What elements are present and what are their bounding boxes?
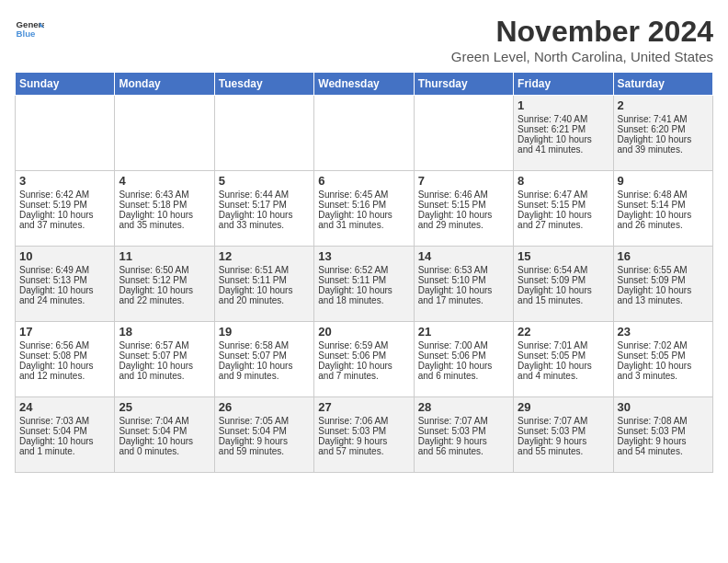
day-info: and 41 minutes. <box>518 144 609 155</box>
calendar-cell: 19Sunrise: 6:58 AMSunset: 5:07 PMDayligh… <box>214 322 313 397</box>
day-info: and 54 minutes. <box>618 446 709 456</box>
calendar-cell: 2Sunrise: 7:41 AMSunset: 6:20 PMDaylight… <box>613 96 712 171</box>
calendar-cell: 29Sunrise: 7:07 AMSunset: 5:03 PMDayligh… <box>514 397 613 473</box>
location-subtitle: Green Level, North Carolina, United Stat… <box>451 49 713 64</box>
header-day-monday: Monday <box>115 73 214 96</box>
day-info: and 59 minutes. <box>219 446 310 456</box>
day-info: Sunrise: 6:53 AM <box>418 265 509 275</box>
day-info: Daylight: 10 hours <box>119 285 210 295</box>
day-info: Sunset: 5:16 PM <box>318 200 409 210</box>
day-info: and 0 minutes. <box>119 446 210 456</box>
day-info: Sunrise: 7:05 AM <box>219 416 310 426</box>
day-info: Daylight: 10 hours <box>19 210 110 220</box>
calendar-cell: 10Sunrise: 6:49 AMSunset: 5:13 PMDayligh… <box>16 247 115 322</box>
day-info: Sunset: 5:03 PM <box>418 426 509 436</box>
day-info: Daylight: 10 hours <box>318 361 409 371</box>
day-info: Sunset: 5:07 PM <box>219 350 310 361</box>
day-info: and 35 minutes. <box>119 220 210 230</box>
calendar-cell: 23Sunrise: 7:02 AMSunset: 5:05 PMDayligh… <box>613 322 712 397</box>
day-info: and 24 minutes. <box>19 295 110 305</box>
day-info: Sunrise: 7:00 AM <box>418 340 509 350</box>
day-info: and 27 minutes. <box>518 220 609 230</box>
day-number: 11 <box>119 249 210 263</box>
day-info: Sunset: 5:09 PM <box>518 275 609 285</box>
day-info: Sunrise: 7:07 AM <box>518 416 609 426</box>
day-info: Sunrise: 7:01 AM <box>518 340 609 350</box>
day-info: and 1 minute. <box>19 446 110 456</box>
calendar-cell: 5Sunrise: 6:44 AMSunset: 5:17 PMDaylight… <box>214 171 313 247</box>
calendar-table: SundayMondayTuesdayWednesdayThursdayFrid… <box>15 72 713 473</box>
day-info: Sunset: 5:04 PM <box>119 426 210 436</box>
svg-text:Blue: Blue <box>17 29 36 39</box>
calendar-cell: 20Sunrise: 6:59 AMSunset: 5:06 PMDayligh… <box>314 322 414 397</box>
day-number: 12 <box>219 249 310 263</box>
day-info: Sunrise: 7:03 AM <box>19 416 110 426</box>
day-info: Daylight: 10 hours <box>518 361 609 371</box>
day-info: and 31 minutes. <box>318 220 409 230</box>
day-info: and 26 minutes. <box>618 220 709 230</box>
day-info: Sunset: 5:08 PM <box>19 350 110 361</box>
header-day-tuesday: Tuesday <box>214 73 313 96</box>
day-info: Sunrise: 6:59 AM <box>318 340 409 350</box>
day-info: and 12 minutes. <box>19 371 110 381</box>
day-number: 27 <box>318 400 409 414</box>
day-info: and 7 minutes. <box>318 371 409 381</box>
day-number: 10 <box>19 249 110 263</box>
day-info: Sunset: 5:03 PM <box>618 426 709 436</box>
day-number: 24 <box>19 400 110 414</box>
day-info: and 3 minutes. <box>618 371 709 381</box>
day-info: Daylight: 10 hours <box>19 436 110 446</box>
day-info: Sunrise: 7:07 AM <box>418 416 509 426</box>
header-day-saturday: Saturday <box>613 73 712 96</box>
day-info: Daylight: 10 hours <box>219 210 310 220</box>
week-row-4: 17Sunrise: 6:56 AMSunset: 5:08 PMDayligh… <box>16 322 713 397</box>
day-number: 13 <box>318 249 409 263</box>
day-number: 16 <box>618 249 709 263</box>
day-info: and 20 minutes. <box>219 295 310 305</box>
day-info: Daylight: 10 hours <box>119 436 210 446</box>
calendar-cell: 17Sunrise: 6:56 AMSunset: 5:08 PMDayligh… <box>16 322 115 397</box>
day-number: 17 <box>19 325 110 339</box>
calendar-cell: 30Sunrise: 7:08 AMSunset: 5:03 PMDayligh… <box>613 397 712 473</box>
day-info: Sunset: 5:19 PM <box>19 200 110 210</box>
calendar-cell <box>115 96 214 171</box>
day-info: and 4 minutes. <box>518 371 609 381</box>
day-info: Sunrise: 6:45 AM <box>318 190 409 200</box>
day-info: and 13 minutes. <box>618 295 709 305</box>
calendar-cell <box>16 96 115 171</box>
day-info: Daylight: 10 hours <box>119 361 210 371</box>
day-info: Sunrise: 6:50 AM <box>119 265 210 275</box>
header-day-thursday: Thursday <box>414 73 513 96</box>
day-number: 18 <box>119 325 210 339</box>
day-number: 2 <box>618 98 709 112</box>
day-info: Sunset: 6:20 PM <box>618 124 709 134</box>
day-info: Daylight: 10 hours <box>618 134 709 144</box>
day-info: Sunrise: 6:52 AM <box>318 265 409 275</box>
day-number: 26 <box>219 400 310 414</box>
day-number: 8 <box>518 174 609 188</box>
day-info: Sunrise: 6:42 AM <box>19 190 110 200</box>
day-info: Daylight: 10 hours <box>618 285 709 295</box>
day-info: Sunrise: 6:46 AM <box>418 190 509 200</box>
day-info: and 22 minutes. <box>119 295 210 305</box>
day-number: 14 <box>418 249 509 263</box>
calendar-cell: 9Sunrise: 6:48 AMSunset: 5:14 PMDaylight… <box>613 171 712 247</box>
calendar-cell: 24Sunrise: 7:03 AMSunset: 5:04 PMDayligh… <box>16 397 115 473</box>
day-info: Daylight: 10 hours <box>219 361 310 371</box>
day-info: and 9 minutes. <box>219 371 310 381</box>
calendar-cell: 22Sunrise: 7:01 AMSunset: 5:05 PMDayligh… <box>514 322 613 397</box>
calendar-cell: 11Sunrise: 6:50 AMSunset: 5:12 PMDayligh… <box>115 247 214 322</box>
day-info: and 29 minutes. <box>418 220 509 230</box>
day-info: Sunset: 5:15 PM <box>418 200 509 210</box>
day-info: Sunrise: 7:04 AM <box>119 416 210 426</box>
logo: General Blue <box>15 15 44 44</box>
header-day-sunday: Sunday <box>16 73 115 96</box>
day-number: 21 <box>418 325 509 339</box>
day-number: 1 <box>518 98 609 112</box>
day-info: and 33 minutes. <box>219 220 310 230</box>
day-number: 19 <box>219 325 310 339</box>
day-number: 22 <box>518 325 609 339</box>
day-info: Sunrise: 6:44 AM <box>219 190 310 200</box>
calendar-cell: 18Sunrise: 6:57 AMSunset: 5:07 PMDayligh… <box>115 322 214 397</box>
day-info: Daylight: 9 hours <box>219 436 310 446</box>
